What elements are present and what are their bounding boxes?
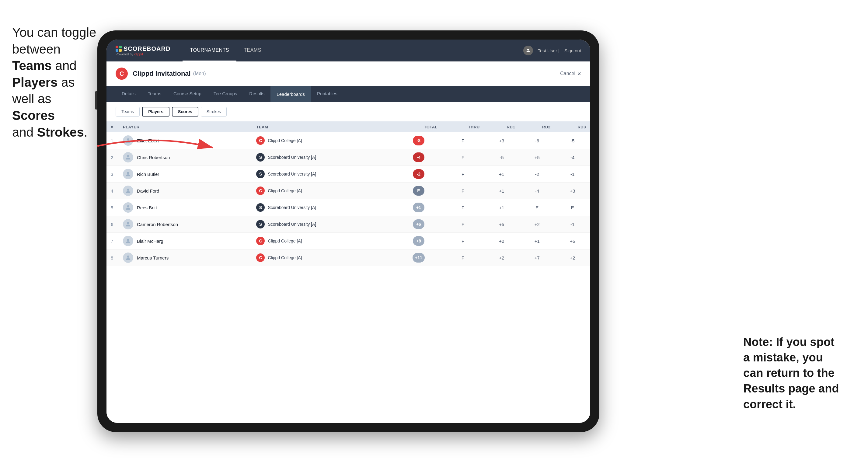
toggle-strokes[interactable]: Strokes xyxy=(201,107,227,117)
toggle-players[interactable]: Players xyxy=(142,107,169,117)
col-total: TOTAL xyxy=(396,122,442,132)
team-cell: S Scoreboard University [A] xyxy=(252,149,395,166)
nav-teams[interactable]: TEAMS xyxy=(237,39,269,61)
player-cell: Rees Britt xyxy=(119,199,252,216)
rd3-cell: -4 xyxy=(555,149,590,166)
team-icon: S xyxy=(256,153,265,161)
player-avatar xyxy=(123,236,133,246)
logo-sub: Powered by clippd xyxy=(116,52,170,56)
team-icon: C xyxy=(256,136,265,145)
tab-printables[interactable]: Printables xyxy=(311,86,343,102)
team-name: Scoreboard University [A] xyxy=(268,222,316,227)
rank-cell: 8 xyxy=(106,249,119,266)
ipad-screen: SCOREBOARD Powered by clippd TOURNAMENTS… xyxy=(106,39,590,423)
svg-point-4 xyxy=(127,189,129,191)
rd1-cell: +2 xyxy=(484,249,519,266)
rd3-cell: E xyxy=(555,199,590,216)
thru-cell: F xyxy=(442,149,484,166)
player-cell: Marcus Turners xyxy=(119,249,252,266)
sub-navigation: Details Teams Course Setup Tee Groups Re… xyxy=(106,86,590,102)
tab-tee-groups[interactable]: Tee Groups xyxy=(208,86,243,102)
team-cell: C Clippd College [A] xyxy=(252,233,395,249)
total-cell: +1 xyxy=(396,199,442,216)
svg-point-0 xyxy=(527,49,529,51)
tournament-icon: C xyxy=(116,67,128,80)
table-row: 5 Rees Britt S Scoreboard University [A]… xyxy=(106,199,590,216)
player-cell: Cameron Robertson xyxy=(119,216,252,233)
left-annotation: You can toggle between Teams and Players… xyxy=(12,24,97,141)
player-name: Blair McHarg xyxy=(137,239,163,244)
team-name: Scoreboard University [A] xyxy=(268,205,316,210)
player-name: Chris Robertson xyxy=(137,155,170,160)
logo-title: SCOREBOARD xyxy=(124,45,170,52)
player-avatar xyxy=(123,186,133,196)
rd3-cell: -1 xyxy=(555,216,590,233)
team-cell: S Scoreboard University [A] xyxy=(252,199,395,216)
rd1-cell: +5 xyxy=(484,216,519,233)
total-badge: +8 xyxy=(413,236,425,246)
team-cell: S Scoreboard University [A] xyxy=(252,166,395,183)
rank-cell: 6 xyxy=(106,216,119,233)
rd1-cell: +2 xyxy=(484,233,519,249)
player-avatar xyxy=(123,135,133,146)
rd2-cell: -6 xyxy=(519,132,555,149)
svg-point-3 xyxy=(127,172,129,174)
player-name: David Ford xyxy=(137,188,159,193)
rd1-cell: +1 xyxy=(484,199,519,216)
rd1-cell: -5 xyxy=(484,149,519,166)
tab-course-setup[interactable]: Course Setup xyxy=(167,86,208,102)
player-name: Elliot Ebert xyxy=(137,138,159,143)
thru-cell: F xyxy=(442,183,484,199)
avatar xyxy=(523,45,533,55)
total-cell: +6 xyxy=(396,216,442,233)
team-icon: C xyxy=(256,237,265,245)
svg-point-2 xyxy=(127,155,129,157)
rd2-cell: +2 xyxy=(519,216,555,233)
thru-cell: F xyxy=(442,199,484,216)
total-badge: +11 xyxy=(412,253,425,262)
team-icon: S xyxy=(256,170,265,178)
svg-point-7 xyxy=(127,239,129,241)
player-cell: Rich Butler xyxy=(119,166,252,183)
table-row: 1 Elliot Ebert C Clippd College [A] -8 F… xyxy=(106,132,590,149)
player-avatar xyxy=(123,202,133,213)
col-rd1: RD1 xyxy=(484,122,519,132)
total-badge: +1 xyxy=(413,203,425,212)
rd1-cell: +3 xyxy=(484,132,519,149)
team-name: Clippd College [A] xyxy=(268,138,302,143)
toggle-area: Teams Players Scores Strokes xyxy=(106,102,590,122)
total-cell: +8 xyxy=(396,233,442,249)
rd3-cell: +3 xyxy=(555,183,590,199)
toggle-teams[interactable]: Teams xyxy=(116,107,140,117)
table-row: 3 Rich Butler S Scoreboard University [A… xyxy=(106,166,590,183)
col-team: TEAM xyxy=(252,122,395,132)
team-name: Clippd College [A] xyxy=(268,255,302,260)
total-cell: -4 xyxy=(396,149,442,166)
total-badge: -2 xyxy=(413,169,425,179)
total-badge: -4 xyxy=(413,152,425,162)
team-name: Clippd College [A] xyxy=(268,188,302,193)
players-table: # PLAYER TEAM TOTAL THRU RD1 RD2 RD3 1 xyxy=(106,122,590,266)
toggle-scores[interactable]: Scores xyxy=(172,107,198,117)
close-icon: ✕ xyxy=(577,71,581,77)
table-row: 7 Blair McHarg C Clippd College [A] +8 F… xyxy=(106,233,590,249)
rank-cell: 3 xyxy=(106,166,119,183)
cancel-button[interactable]: Cancel ✕ xyxy=(560,71,581,77)
sign-out-link[interactable]: Sign out xyxy=(564,48,581,53)
team-icon: C xyxy=(256,253,265,262)
rd2-cell: +1 xyxy=(519,233,555,249)
tab-details[interactable]: Details xyxy=(116,86,142,102)
player-name: Marcus Turners xyxy=(137,255,168,260)
tab-leaderboards[interactable]: Leaderboards xyxy=(271,86,311,102)
total-cell: -2 xyxy=(396,166,442,183)
nav-tournaments[interactable]: TOURNAMENTS xyxy=(183,39,237,61)
logo-area: SCOREBOARD Powered by clippd xyxy=(116,45,170,56)
player-avatar xyxy=(123,252,133,263)
tab-results[interactable]: Results xyxy=(243,86,271,102)
team-cell: S Scoreboard University [A] xyxy=(252,216,395,233)
rank-cell: 4 xyxy=(106,183,119,199)
team-name: Scoreboard University [A] xyxy=(268,172,316,177)
tab-teams[interactable]: Teams xyxy=(142,86,167,102)
svg-point-8 xyxy=(127,255,129,258)
thru-cell: F xyxy=(442,233,484,249)
